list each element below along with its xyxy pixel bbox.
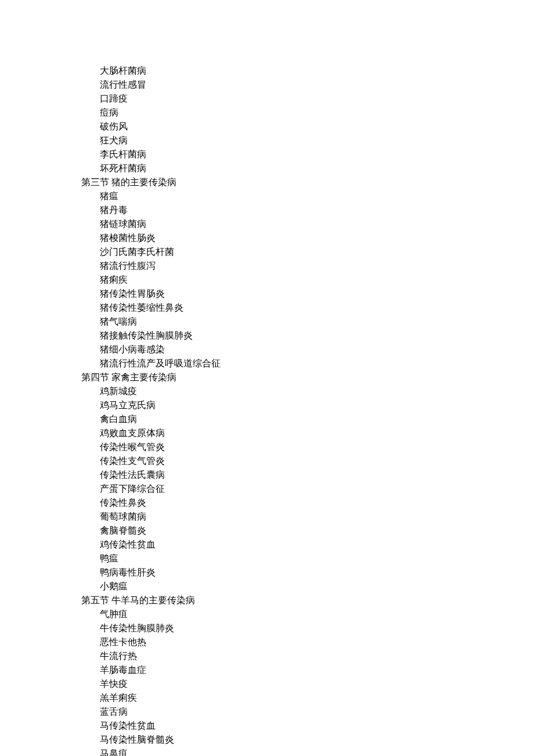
list-item: 流行性感冒 xyxy=(81,78,534,92)
list-item: 传染性法氏囊病 xyxy=(81,468,534,482)
list-item: 恶性卡他热 xyxy=(81,635,534,649)
list-item: 鸭瘟 xyxy=(81,552,534,566)
list-item: 猪流行性腹泻 xyxy=(81,259,534,273)
list-item: 猪传染性萎缩性鼻炎 xyxy=(81,301,534,315)
list-item: 羊肠毒血症 xyxy=(81,663,534,677)
list-item: 禽脑脊髓炎 xyxy=(81,524,534,538)
list-item: 沙门氏菌李氏杆菌 xyxy=(81,245,534,259)
section-4-title: 第四节 家禽主要传染病 xyxy=(81,370,534,384)
list-item: 鸡马立克氏病 xyxy=(81,398,534,412)
list-item: 猪梭菌性肠炎 xyxy=(81,231,534,245)
list-item: 马传染性脑脊髓炎 xyxy=(81,733,534,747)
list-item: 猪细小病毒感染 xyxy=(81,343,534,357)
list-item: 牛流行热 xyxy=(81,649,534,663)
list-item: 传染性鼻炎 xyxy=(81,496,534,510)
list-item: 蓝舌病 xyxy=(81,705,534,719)
list-item: 大肠杆菌病 xyxy=(81,64,534,78)
list-item: 产蛋下降综合征 xyxy=(81,482,534,496)
list-item: 禽白血病 xyxy=(81,412,534,426)
document-page: 大肠杆菌病 流行性感冒 口蹄疫 痘病 破伤风 狂犬病 李氏杆菌病 坏死杆菌病 第… xyxy=(0,0,534,756)
list-item: 葡萄球菌病 xyxy=(81,510,534,524)
list-item: 痘病 xyxy=(81,106,534,120)
list-item: 猪流行性流产及呼吸道综合征 xyxy=(81,357,534,370)
list-item: 小鹅瘟 xyxy=(81,579,534,593)
list-item: 牛传染性胸膜肺炎 xyxy=(81,621,534,635)
list-item: 坏死杆菌病 xyxy=(81,161,534,175)
list-item: 李氏杆菌病 xyxy=(81,147,534,161)
list-item: 羊快疫 xyxy=(81,677,534,691)
list-item: 破伤风 xyxy=(81,120,534,134)
list-item: 猪链球菌病 xyxy=(81,217,534,231)
list-item: 鸡新城疫 xyxy=(81,384,534,398)
list-item: 羔羊痢疾 xyxy=(81,691,534,705)
list-item: 鸡败血支原体病 xyxy=(81,426,534,440)
list-item: 气肿疽 xyxy=(81,607,534,621)
list-item: 传染性喉气管炎 xyxy=(81,440,534,454)
list-item: 狂犬病 xyxy=(81,134,534,147)
list-item: 马传染性贫血 xyxy=(81,719,534,733)
list-item: 猪气喘病 xyxy=(81,315,534,329)
list-item: 猪痢疾 xyxy=(81,273,534,287)
list-item: 鸡传染性贫血 xyxy=(81,538,534,552)
list-item: 猪接触传染性胸膜肺炎 xyxy=(81,329,534,343)
section-3-title: 第三节 猪的主要传染病 xyxy=(81,175,534,189)
list-item: 鸭病毒性肝炎 xyxy=(81,566,534,579)
list-item: 猪丹毒 xyxy=(81,203,534,217)
list-item: 口蹄疫 xyxy=(81,92,534,106)
list-item: 马鼻疽 xyxy=(81,747,534,756)
list-item: 传染性支气管炎 xyxy=(81,454,534,468)
section-5-title: 第五节 牛羊马的主要传染病 xyxy=(81,593,534,607)
list-item: 猪瘟 xyxy=(81,189,534,203)
list-item: 猪传染性胃肠炎 xyxy=(81,287,534,301)
